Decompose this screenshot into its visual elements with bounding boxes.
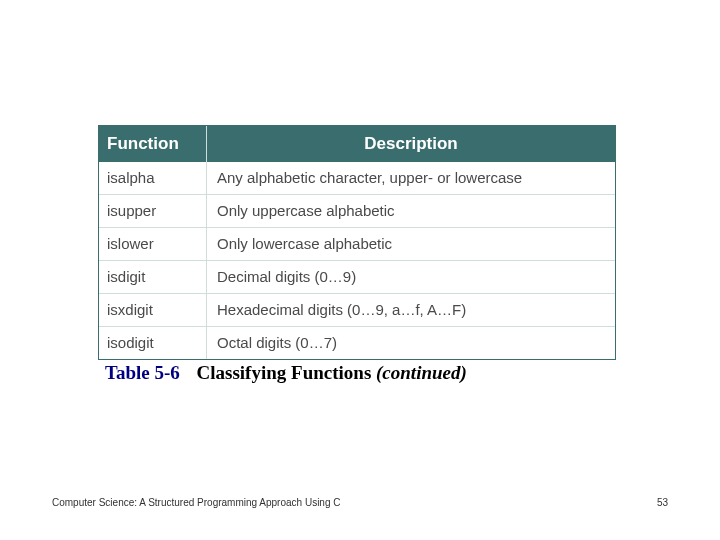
cell-function: isodigit bbox=[99, 327, 207, 359]
cell-function: isxdigit bbox=[99, 294, 207, 326]
functions-table: Function Description isalpha Any alphabe… bbox=[98, 125, 616, 360]
cell-description: Octal digits (0…7) bbox=[207, 327, 615, 359]
footer-book-title: Computer Science: A Structured Programmi… bbox=[52, 497, 340, 508]
cell-function: isdigit bbox=[99, 261, 207, 293]
table-row: isalpha Any alphabetic character, upper-… bbox=[99, 162, 615, 194]
table-header-row: Function Description bbox=[99, 126, 615, 162]
cell-description: Decimal digits (0…9) bbox=[207, 261, 615, 293]
cell-description: Hexadecimal digits (0…9, a…f, A…F) bbox=[207, 294, 615, 326]
caption-label: Table 5-6 bbox=[105, 362, 180, 383]
table-row: isdigit Decimal digits (0…9) bbox=[99, 260, 615, 293]
table-row: islower Only lowercase alphabetic bbox=[99, 227, 615, 260]
footer-page-number: 53 bbox=[657, 497, 668, 508]
cell-description: Only lowercase alphabetic bbox=[207, 228, 615, 260]
caption-tail: (continued) bbox=[376, 362, 467, 383]
table-row: isupper Only uppercase alphabetic bbox=[99, 194, 615, 227]
cell-function: isalpha bbox=[99, 162, 207, 194]
page-footer: Computer Science: A Structured Programmi… bbox=[52, 497, 668, 508]
cell-description: Only uppercase alphabetic bbox=[207, 195, 615, 227]
caption-title: Classifying Functions bbox=[197, 362, 376, 383]
table-row: isodigit Octal digits (0…7) bbox=[99, 326, 615, 359]
table-caption: Table 5-6 Classifying Functions (continu… bbox=[105, 362, 467, 384]
header-function: Function bbox=[99, 126, 207, 162]
cell-function: isupper bbox=[99, 195, 207, 227]
table-row: isxdigit Hexadecimal digits (0…9, a…f, A… bbox=[99, 293, 615, 326]
cell-description: Any alphabetic character, upper- or lowe… bbox=[207, 162, 615, 194]
cell-function: islower bbox=[99, 228, 207, 260]
table-body: isalpha Any alphabetic character, upper-… bbox=[99, 162, 615, 359]
header-description: Description bbox=[207, 126, 615, 162]
